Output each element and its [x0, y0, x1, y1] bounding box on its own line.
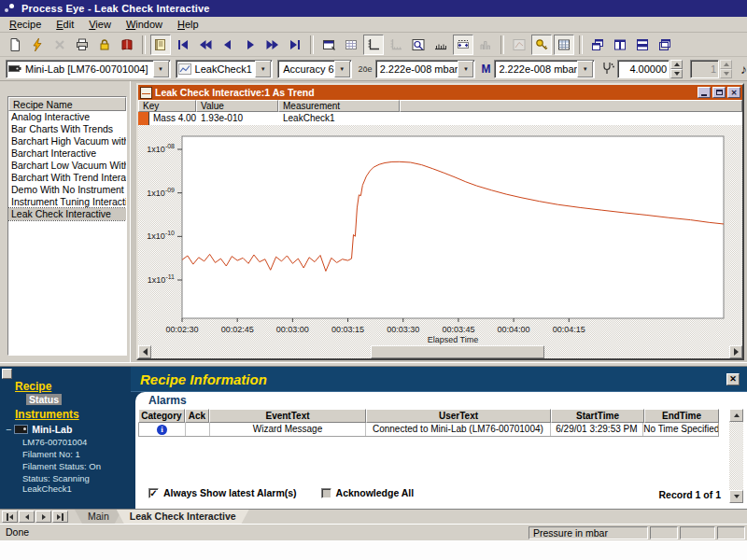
trend-horizontal-scrollbar[interactable] — [138, 345, 742, 358]
acknowledge-all-checkbox[interactable] — [321, 488, 331, 498]
nav-link-recipe[interactable]: Recipe — [15, 380, 131, 393]
scroll-up-icon[interactable] — [729, 409, 743, 422]
nav-link-instruments[interactable]: Instruments — [15, 408, 131, 421]
legend-header-value[interactable]: Value — [196, 100, 278, 112]
properties-button[interactable] — [318, 35, 339, 55]
scrollbar-track[interactable] — [729, 422, 743, 490]
recipe-list-item[interactable]: Barchart Interactive — [8, 147, 126, 160]
minimize-icon[interactable] — [698, 87, 711, 98]
scrollbar-track[interactable] — [151, 345, 729, 358]
alarms-vertical-scrollbar[interactable] — [729, 409, 743, 503]
mass-spin-up-icon[interactable] — [670, 60, 683, 69]
grid-view-button[interactable] — [341, 35, 361, 55]
svg-text:00:03:00: 00:03:00 — [276, 325, 309, 334]
menu-help[interactable]: Help — [170, 18, 206, 31]
log-axis-button[interactable] — [363, 35, 384, 55]
recipe-list-item[interactable]: Barchart Low Vacuum With ... — [8, 160, 126, 172]
nav-sub-status[interactable]: Status — [26, 394, 62, 405]
chevron-down-icon[interactable]: ▼ — [255, 61, 271, 77]
recipe-list-item[interactable]: Instrument Tuning Interactive — [8, 196, 126, 208]
alarm-header-endtime[interactable]: EndTime — [644, 409, 719, 423]
rewind-button[interactable] — [195, 35, 216, 55]
pane-pin-button[interactable] — [2, 369, 12, 379]
forward-button[interactable] — [262, 35, 283, 55]
alarm-header-ack[interactable]: Ack — [185, 409, 209, 423]
previous-scan-button[interactable] — [218, 35, 238, 55]
trend-window-title-bar[interactable]: Leak Check Interactive:1 As Trend ✕ — [138, 85, 742, 100]
mass-spin-down-icon[interactable] — [670, 69, 683, 78]
new-recipe-button[interactable] — [5, 35, 25, 55]
total-pressure-combo[interactable]: 2.222e-008 mbar ▼ — [375, 60, 476, 78]
menu-window[interactable]: Window — [119, 18, 170, 31]
next-scan-button[interactable] — [240, 35, 261, 55]
last-scan-button[interactable] — [285, 35, 305, 55]
cascade-windows-button[interactable] — [587, 35, 608, 55]
legend-header-measurement[interactable]: Measurement — [278, 100, 400, 112]
collapse-icon[interactable]: − — [6, 424, 11, 435]
ruler-button[interactable] — [430, 35, 451, 55]
bottom-panel: Recipe Status Instruments − Mini-Lab LM7… — [0, 367, 747, 509]
measured-pressure-combo[interactable]: 2.222e-008 mbar ▼ — [494, 60, 595, 78]
recipe-list-item[interactable]: Analog Interactive — [8, 111, 126, 123]
chevron-down-icon[interactable]: ▼ — [334, 61, 350, 77]
maximize-icon[interactable] — [712, 87, 726, 98]
audio-alert-icon[interactable]: ♪ — [740, 62, 747, 77]
scrollbar-thumb[interactable] — [371, 345, 544, 358]
scroll-right-icon[interactable] — [729, 345, 742, 358]
tab-scroll-next-icon[interactable] — [35, 511, 51, 523]
alarm-header-category[interactable]: Category — [138, 409, 185, 423]
recipe-list-item[interactable]: Demo With No Instrument — [8, 184, 126, 196]
tab-leak-check-interactive[interactable]: Leak Check Interactive — [117, 510, 249, 524]
close-icon[interactable]: ✕ — [726, 373, 740, 385]
close-icon[interactable]: ✕ — [727, 87, 740, 98]
recipe-list-header[interactable]: Recipe Name — [8, 97, 126, 111]
alarm-endtime-cell: No Time Specified — [643, 423, 718, 436]
tile-horizontal-button[interactable] — [632, 35, 653, 55]
legend-row[interactable]: Mass 4.00 1.93e-010 LeakCheck1 — [138, 112, 742, 126]
instrument-combo[interactable]: Mini-Lab [LM76-00701004] ▼ — [6, 60, 171, 78]
tab-scroll-last-icon[interactable] — [52, 511, 68, 523]
trend-chart: 1x10-081x10-091x10-101x10-1100:02:3000:0… — [138, 125, 742, 345]
tab-scroll-prev-icon[interactable] — [19, 511, 35, 523]
legend-header-key[interactable]: Key — [138, 100, 196, 112]
recipe-list-item[interactable]: Barchart With Trend Interact... — [8, 172, 126, 184]
lock-button[interactable] — [94, 35, 115, 55]
svg-text:1x10-08: 1x10-08 — [147, 143, 175, 154]
menu-view[interactable]: View — [81, 18, 119, 31]
measurement-combo[interactable]: LeakCheck1 ▼ — [176, 60, 274, 78]
svg-text:1x10-09: 1x10-09 — [147, 187, 175, 198]
zoom-chart-button[interactable] — [408, 35, 429, 55]
tile-vertical-button[interactable] — [610, 35, 630, 55]
chevron-down-icon[interactable]: ▼ — [577, 61, 593, 77]
scroll-left-icon[interactable] — [138, 345, 151, 358]
arrange-windows-button[interactable] — [655, 35, 675, 55]
always-show-checkbox[interactable]: ✓ — [148, 488, 159, 498]
mass-spinner[interactable]: 4.00000 — [617, 60, 669, 78]
run-recipe-button[interactable] — [27, 35, 48, 55]
trend-chart-canvas: 1x10-081x10-091x10-101x10-1100:02:3000:0… — [138, 125, 742, 345]
key-view-button[interactable] — [531, 35, 552, 55]
first-scan-button[interactable] — [173, 35, 193, 55]
recipe-list-item[interactable]: Bar Charts With Trends — [8, 123, 126, 135]
alarm-table-row[interactable]: i Wizard Message Connected to Mini-Lab (… — [138, 423, 719, 437]
help-book-button[interactable] — [117, 35, 137, 55]
menu-edit[interactable]: Edit — [49, 18, 81, 31]
alarm-header-usertext[interactable]: UserText — [366, 409, 551, 423]
accuracy-combo[interactable]: Accuracy 6 ▼ — [277, 60, 351, 78]
recipe-list-item[interactable]: Barchart High Vacuum with ... — [8, 135, 126, 147]
print-button[interactable] — [72, 35, 92, 55]
scroll-down-icon[interactable] — [729, 490, 743, 503]
alarm-header-starttime[interactable]: StartTime — [551, 409, 644, 423]
channel-spin-down-icon — [720, 69, 732, 78]
tab-scroll-first-icon[interactable] — [2, 511, 18, 523]
chevron-down-icon[interactable]: ▼ — [153, 61, 169, 77]
chevron-down-icon[interactable]: ▼ — [458, 61, 473, 77]
instrument-tree-node[interactable]: − Mini-Lab — [6, 424, 131, 435]
tab-main[interactable]: Main — [75, 510, 122, 524]
recipe-list-item[interactable]: Leak Check Interactive — [8, 208, 126, 220]
scale-range-button[interactable] — [453, 35, 473, 55]
scan-log-button[interactable] — [150, 35, 171, 55]
alarm-header-eventtext[interactable]: EventText — [209, 409, 366, 423]
data-table-button[interactable] — [554, 35, 574, 55]
menu-recipe[interactable]: Recipe — [2, 18, 49, 31]
